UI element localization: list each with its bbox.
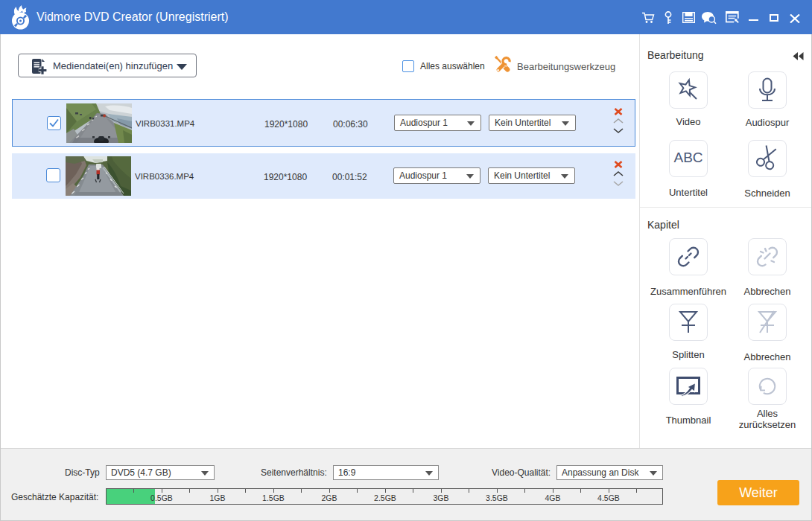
- svg-text:4GB: 4GB: [545, 493, 560, 502]
- svg-text:1GB: 1GB: [209, 493, 225, 502]
- svg-text:3GB: 3GB: [433, 493, 448, 502]
- svg-text:3.5GB: 3.5GB: [486, 493, 508, 502]
- svg-text:2.5GB: 2.5GB: [374, 493, 396, 502]
- svg-text:2GB: 2GB: [321, 493, 337, 502]
- svg-text:4.5GB: 4.5GB: [597, 493, 620, 502]
- svg-text:0.5GB: 0.5GB: [150, 493, 173, 502]
- svg-text:1.5GB: 1.5GB: [262, 493, 285, 502]
